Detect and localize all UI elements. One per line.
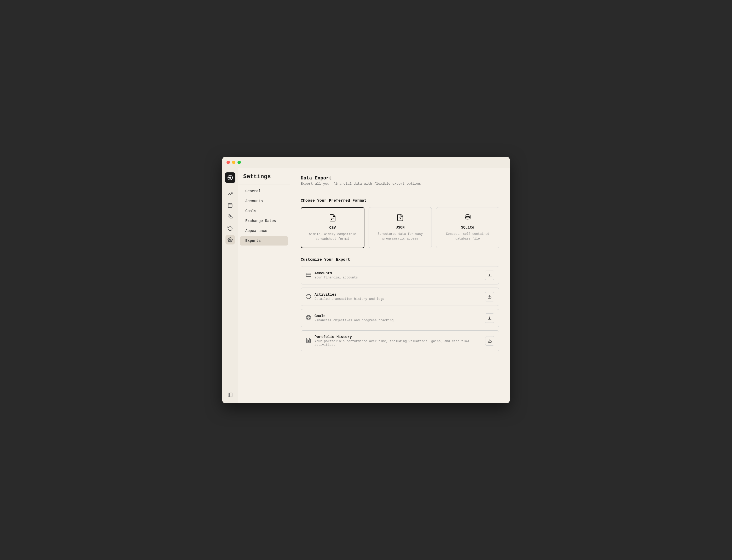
export-item-activities-info: Activities Detailed transaction history … xyxy=(315,293,384,301)
svg-point-17 xyxy=(465,215,470,217)
export-item-goals-info: Goals Financial objectives and progress … xyxy=(315,314,393,322)
sqlite-format-name: SQLite xyxy=(440,225,495,230)
titlebar xyxy=(222,157,510,168)
minimize-button[interactable] xyxy=(232,161,235,164)
icon-sidebar-top xyxy=(225,189,235,389)
section-desc: Export all your financial data with flex… xyxy=(301,182,499,186)
icon-sidebar xyxy=(222,168,238,403)
export-section-title: Customize Your Export xyxy=(301,258,499,262)
export-item-accounts-info: Accounts Your financial accounts xyxy=(315,271,358,279)
format-section-title: Choose Your Preferred Format xyxy=(301,199,499,203)
sqlite-icon xyxy=(440,214,495,223)
activities-export-icon xyxy=(306,293,311,300)
nav-item-accounts[interactable]: Accounts xyxy=(240,196,288,206)
svg-point-22 xyxy=(306,315,311,320)
export-item-accounts-left: Accounts Your financial accounts xyxy=(306,271,358,279)
svg-rect-13 xyxy=(228,393,232,397)
sqlite-format-desc: Compact, self-contained database file xyxy=(440,232,495,241)
nav-item-appearance[interactable]: Appearance xyxy=(240,226,288,236)
chart-nav-icon[interactable] xyxy=(225,189,235,199)
svg-rect-6 xyxy=(228,203,232,207)
settings-title: Settings xyxy=(238,173,290,184)
app-logo[interactable] xyxy=(225,172,235,183)
traffic-lights xyxy=(226,161,241,164)
app-window: Settings General Accounts Goals Exchange… xyxy=(222,157,510,403)
export-item-activities: Activities Detailed transaction history … xyxy=(301,288,499,306)
json-format-desc: Structured data for easy programmatic ac… xyxy=(373,232,427,241)
history-nav-icon[interactable] xyxy=(225,224,235,233)
export-item-goals: Goals Financial objectives and progress … xyxy=(301,309,499,327)
calendar-nav-icon[interactable] xyxy=(225,201,235,210)
nav-item-general[interactable]: General xyxy=(240,186,288,196)
accounts-export-icon xyxy=(306,272,311,279)
csv-icon xyxy=(305,214,360,224)
app-body: Settings General Accounts Goals Exchange… xyxy=(222,168,510,403)
csv-format-name: CSV xyxy=(305,226,360,230)
maximize-button[interactable] xyxy=(237,161,241,164)
export-item-accounts: Accounts Your financial accounts xyxy=(301,266,499,284)
settings-nav: Settings General Accounts Goals Exchange… xyxy=(238,168,290,403)
json-format-name: JSON xyxy=(373,225,427,230)
portfolio-export-name: Portfolio History xyxy=(315,335,485,339)
content-area: Data Export Export all your financial da… xyxy=(290,168,510,403)
portfolio-export-icon xyxy=(306,337,311,345)
nav-item-exports[interactable]: Exports xyxy=(240,236,288,246)
collapse-sidebar-button[interactable] xyxy=(226,391,234,399)
svg-point-23 xyxy=(307,316,310,319)
close-button[interactable] xyxy=(226,161,230,164)
activities-export-desc: Detailed transaction history and logs xyxy=(315,297,384,301)
accounts-download-button[interactable] xyxy=(485,271,494,280)
nav-item-goals[interactable]: Goals xyxy=(240,206,288,216)
settings-nav-divider xyxy=(238,184,290,184)
format-card-sqlite[interactable]: SQLite Compact, self-contained database … xyxy=(436,207,499,248)
export-item-goals-left: Goals Financial objectives and progress … xyxy=(306,314,393,322)
csv-format-desc: Simple, widely compatible spreadsheet fo… xyxy=(305,232,360,241)
activities-export-name: Activities xyxy=(315,293,384,297)
svg-rect-18 xyxy=(306,273,311,276)
svg-point-12 xyxy=(229,239,231,241)
settings-nav-icon[interactable] xyxy=(225,235,235,244)
svg-point-24 xyxy=(308,317,309,318)
portfolio-download-button[interactable] xyxy=(485,336,494,346)
goals-export-icon xyxy=(306,315,311,322)
nav-item-exchange-rates[interactable]: Exchange Rates xyxy=(240,216,288,226)
portfolio-export-desc: Your portfolio's performance over time, … xyxy=(315,340,485,347)
goals-export-desc: Financial objectives and progress tracki… xyxy=(315,319,393,322)
coins-nav-icon[interactable] xyxy=(225,212,235,221)
icon-sidebar-bottom xyxy=(226,391,234,399)
activities-download-button[interactable] xyxy=(485,292,494,301)
export-item-portfolio: Portfolio History Your portfolio's perfo… xyxy=(301,330,499,351)
section-divider xyxy=(301,191,499,191)
export-item-portfolio-info: Portfolio History Your portfolio's perfo… xyxy=(315,335,485,347)
goals-download-button[interactable] xyxy=(485,313,494,323)
export-item-activities-left: Activities Detailed transaction history … xyxy=(306,293,384,301)
accounts-export-name: Accounts xyxy=(315,271,358,275)
svg-point-1 xyxy=(229,177,231,179)
main-area: Settings General Accounts Goals Exchange… xyxy=(238,168,510,403)
goals-export-name: Goals xyxy=(315,314,393,318)
accounts-export-desc: Your financial accounts xyxy=(315,276,358,279)
section-title: Data Export xyxy=(301,176,499,181)
format-card-json[interactable]: JSON Structured data for easy programmat… xyxy=(369,207,432,248)
format-cards: CSV Simple, widely compatible spreadshee… xyxy=(301,207,499,248)
format-card-csv[interactable]: CSV Simple, widely compatible spreadshee… xyxy=(301,207,364,248)
export-item-portfolio-left: Portfolio History Your portfolio's perfo… xyxy=(306,335,485,347)
json-icon xyxy=(373,214,427,223)
